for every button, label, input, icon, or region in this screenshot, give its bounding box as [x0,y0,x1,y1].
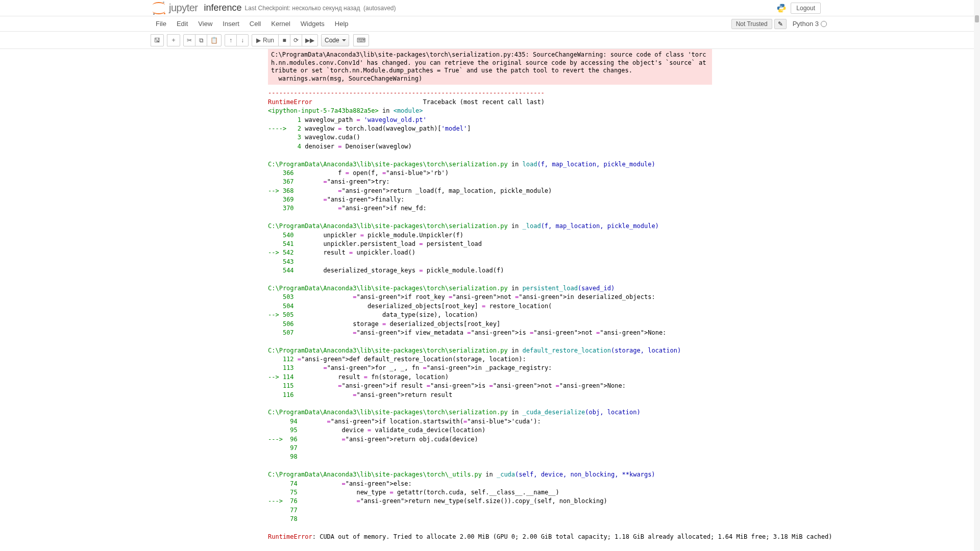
keyboard-icon: ⌨ [357,37,365,44]
header-bar: jupyter inference Last Checkpoint: неско… [0,0,980,16]
cell-type-select[interactable]: Code [321,34,349,46]
menu-file[interactable]: File [151,18,172,30]
menu-insert[interactable]: Insert [217,18,244,30]
plus-icon: ＋ [170,36,177,44]
cut-button[interactable]: ✂ [183,34,195,46]
restart-button[interactable]: ⟳ [290,34,302,46]
checkpoint-info: Last Checkpoint: несколько секунд назад … [245,5,396,12]
insert-cell-button[interactable]: ＋ [167,34,180,46]
paste-icon: 📋 [210,37,218,44]
svg-point-0 [780,4,781,5]
save-icon: 🖫 [154,37,160,44]
pencil-icon: ✎ [778,20,783,28]
python-icon [776,3,787,13]
traceback-output: ----------------------------------------… [268,85,712,545]
restart-icon: ⟳ [293,37,299,44]
kernel-idle-icon [821,21,827,27]
copy-icon: ⧉ [199,37,204,44]
command-palette-button[interactable]: ⌨ [353,34,369,46]
menu-widgets[interactable]: Widgets [296,18,330,30]
interrupt-button[interactable]: ■ [278,34,290,46]
menu-cell[interactable]: Cell [244,18,266,30]
stop-icon: ■ [282,37,286,44]
arrow-up-icon: ↑ [229,37,232,44]
paste-button[interactable]: 📋 [207,34,222,46]
menu-help[interactable]: Help [330,18,354,30]
move-down-button[interactable]: ↓ [236,34,249,46]
menu-kernel[interactable]: Kernel [266,18,296,30]
notebook-name[interactable]: inference [204,3,242,13]
warning-output: C:\ProgramData\Anaconda3\lib\site-packag… [268,49,712,85]
arrow-down-icon: ↓ [241,37,244,44]
move-up-button[interactable]: ↑ [225,34,237,46]
menu-view[interactable]: View [193,18,217,30]
not-trusted-button[interactable]: Not Trusted [731,19,772,29]
restart-run-all-button[interactable]: ▶▶ [302,34,318,46]
scrollbar-thumb[interactable] [975,15,979,22]
menubar: File Edit View Insert Cell Kernel Widget… [0,16,980,32]
jupyter-logo-icon [152,1,166,15]
scrollbar-track[interactable] [974,0,980,551]
jupyter-logo[interactable]: jupyter [152,1,198,15]
run-button[interactable]: ▶Run [252,34,279,46]
svg-point-1 [782,11,783,12]
copy-button[interactable]: ⧉ [195,34,207,46]
toolbar: 🖫 ＋ ✂ ⧉ 📋 ↑ ↓ ▶Run ■ ⟳ ▶▶ Code ⌨ [0,32,980,49]
run-icon: ▶ [256,37,261,44]
logout-button[interactable]: Logout [791,3,821,14]
fast-forward-icon: ▶▶ [305,37,314,44]
edit-metadata-button[interactable]: ✎ [774,19,787,29]
jupyter-logo-text: jupyter [169,2,198,14]
kernel-indicator: Python 3 [793,20,827,28]
notebook-area: C:\ProgramData\Anaconda3\lib\site-packag… [268,49,712,551]
menu-edit[interactable]: Edit [172,18,193,30]
save-button[interactable]: 🖫 [151,34,164,46]
cut-icon: ✂ [187,37,192,44]
kernel-name: Python 3 [793,20,819,28]
